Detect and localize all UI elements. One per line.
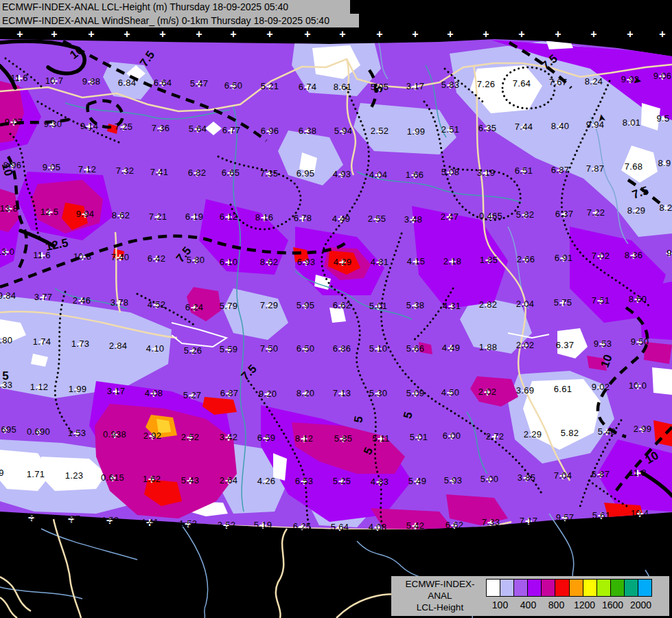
legend-tick-label: 1600 — [598, 599, 628, 610]
legend-swatch — [570, 579, 583, 597]
legend: ECMWF-INDEX-ANAL LCL-Height m 1004008001… — [391, 576, 669, 616]
legend-tick-label: 2000 — [626, 599, 656, 610]
legend-tick-label: 400 — [513, 599, 544, 610]
legend-swatch — [542, 579, 555, 597]
legend-swatch — [555, 579, 569, 597]
legend-swatch — [500, 579, 514, 597]
legend-tick-label: 800 — [542, 599, 572, 610]
header-lcl-text: ECMWF-INDEX-ANAL LCL-Height (m) Thursday… — [2, 1, 288, 12]
legend-swatch — [486, 579, 500, 597]
legend-tick-label: 100 — [485, 599, 515, 610]
header-line-windshear: ECMWF-INDEX-ANAL WindShear_ (m/s) 0-1km … — [0, 14, 359, 27]
weather-map — [0, 0, 672, 618]
lcl-height-fill-layer — [0, 33, 672, 536]
legend-unit: m — [394, 613, 486, 618]
legend-tick-label: 1200 — [570, 599, 600, 610]
legend-swatch — [528, 579, 542, 597]
header-windshear-text: ECMWF-INDEX-ANAL WindShear_ (m/s) 0-1km … — [2, 15, 329, 26]
legend-swatch — [625, 579, 638, 597]
legend-swatches — [486, 579, 652, 597]
legend-swatch — [597, 579, 611, 597]
legend-swatch — [611, 579, 625, 597]
weather-map-screen: +11.6+10.7+9.88+6.84+6.64+5.47+6.50+5.21… — [0, 0, 672, 618]
legend-ticks: 100400800120016002000 — [391, 598, 669, 612]
legend-swatch — [514, 579, 528, 597]
legend-swatch — [638, 579, 652, 597]
legend-swatch — [583, 579, 597, 597]
header-line-lcl: ECMWF-INDEX-ANAL LCL-Height (m) Thursday… — [0, 0, 350, 14]
